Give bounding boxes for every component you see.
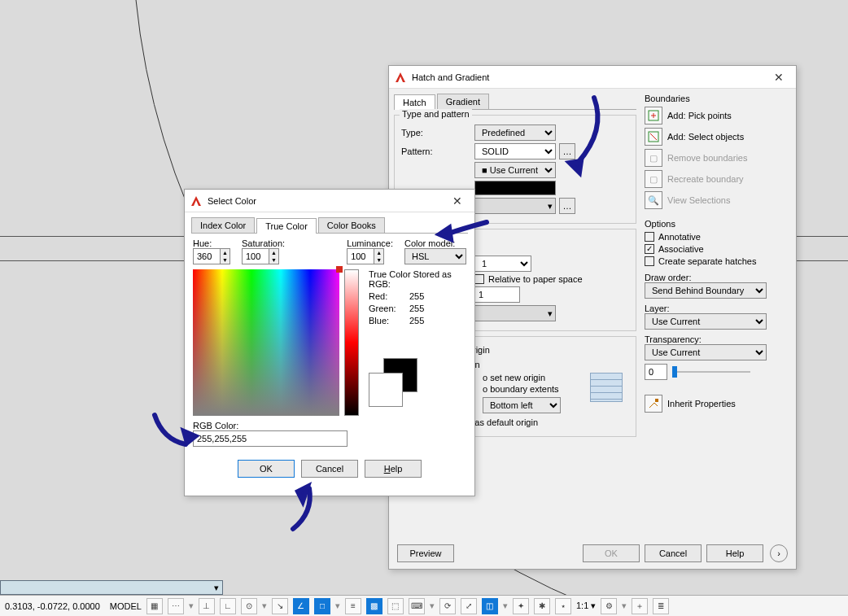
- relative-paper-checkbox[interactable]: Relative to paper space: [474, 274, 629, 284]
- luminance-label: Luminance:: [347, 238, 393, 248]
- grid-icon[interactable]: ▦: [146, 598, 163, 614]
- swatch-preview: [474, 181, 556, 195]
- transparency-slider[interactable]: [672, 366, 750, 378]
- checkbox-icon: [474, 274, 484, 284]
- tab-gradient[interactable]: Gradient: [437, 94, 489, 109]
- add-select-objects-button[interactable]: Add: Select objects: [645, 128, 788, 146]
- chevron-down-icon: ▾: [214, 583, 219, 593]
- pattern-select[interactable]: SOLID: [474, 143, 556, 159]
- stored-label: True Color Stored as RGB:: [369, 269, 458, 289]
- layout-tab-dropdown[interactable]: ▾: [0, 580, 223, 595]
- status-bar: 0.3103, -0.0722, 0.0000 MODEL ▦ ⋯ ▾ ⊥ ∟ …: [0, 595, 848, 616]
- saturation-input[interactable]: ▲▼: [242, 248, 279, 264]
- monitor-icon[interactable]: ＋: [632, 598, 648, 614]
- select-color-dialog: Select Color ✕ Index Color True Color Co…: [184, 189, 475, 496]
- dialog-titlebar: Select Color ✕: [185, 190, 474, 212]
- polar-icon[interactable]: ∟: [220, 598, 236, 614]
- origin-corner-select[interactable]: Bottom left: [483, 397, 561, 413]
- options-title: Options: [645, 219, 788, 229]
- rgb-color-input[interactable]: [193, 430, 348, 447]
- view-selections-button: 🔍 View Selections: [645, 191, 788, 209]
- scale-select[interactable]: 1: [474, 256, 531, 272]
- rgb-color-label: RGB Color:: [193, 421, 466, 430]
- coordinates-readout: 0.3103, -0.0722, 0.0000: [5, 601, 100, 611]
- inherit-properties-button[interactable]: Inherit Properties: [645, 395, 788, 413]
- view-selections-icon: 🔍: [645, 191, 662, 209]
- pattern-label: Pattern:: [401, 146, 474, 156]
- color-select[interactable]: ■ Use Current: [474, 162, 556, 178]
- transparency-select[interactable]: Use Current: [645, 344, 767, 360]
- dialog-title: Select Color: [208, 196, 445, 206]
- expand-button[interactable]: ›: [770, 544, 788, 562]
- help-button[interactable]: Help: [365, 460, 422, 478]
- tab-true-color[interactable]: True Color: [256, 218, 317, 234]
- isodraft-icon[interactable]: ⊙: [241, 598, 257, 614]
- pattern-browse-button[interactable]: …: [559, 143, 575, 159]
- close-icon[interactable]: ✕: [445, 194, 470, 208]
- luminance-input[interactable]: ▲▼: [347, 248, 384, 264]
- dynamic-ucs-icon[interactable]: ⤢: [461, 598, 477, 614]
- custom-pattern-select[interactable]: ▾: [474, 198, 556, 214]
- tab-index-color[interactable]: Index Color: [191, 217, 255, 233]
- associative-checkbox[interactable]: ✓Associative: [645, 244, 788, 254]
- help-button[interactable]: Help: [706, 544, 763, 562]
- transparency-number-input[interactable]: [645, 364, 667, 380]
- 2d-osnap-icon[interactable]: □: [314, 598, 330, 614]
- ok-button[interactable]: OK: [238, 460, 295, 478]
- type-select[interactable]: Predefined: [474, 125, 556, 141]
- specified-origin-label: in: [473, 360, 629, 369]
- custom-browse-button[interactable]: …: [559, 198, 575, 214]
- customization-icon[interactable]: ≣: [653, 598, 669, 614]
- hue-sat-field[interactable]: [193, 269, 339, 416]
- tab-color-books[interactable]: Color Books: [318, 217, 385, 233]
- hue-input[interactable]: ▲▼: [193, 248, 230, 264]
- lineweight-icon[interactable]: ≡: [345, 598, 361, 614]
- draw-order-label: Draw order:: [645, 273, 788, 282]
- tab-hatch[interactable]: Hatch: [394, 94, 435, 110]
- annotative-checkbox[interactable]: Annotative: [645, 232, 788, 242]
- color-model-label: Color model:: [404, 238, 466, 248]
- dynamic-input-icon[interactable]: ⌨: [409, 598, 425, 614]
- preview-button[interactable]: Preview: [397, 544, 454, 562]
- layer-select[interactable]: Use Current: [645, 313, 767, 330]
- workspace-switch-icon[interactable]: ⚙: [601, 598, 617, 614]
- transparency-icon[interactable]: ▩: [366, 598, 382, 614]
- origin-label: rigin: [473, 345, 629, 355]
- gizmo-icon[interactable]: ✦: [513, 598, 529, 614]
- separate-hatches-checkbox[interactable]: Create separate hatches: [645, 256, 788, 266]
- selection-filter-icon[interactable]: ◫: [482, 598, 498, 614]
- otrack-icon[interactable]: ∠: [293, 598, 309, 614]
- 3d-osnap-icon[interactable]: ⟳: [439, 598, 456, 614]
- red-label: Red:: [369, 291, 409, 301]
- dialog-title: Hatch and Gradient: [412, 72, 767, 82]
- group-title: Type and pattern: [400, 109, 472, 119]
- annotation-scale[interactable]: 1:1 ▾: [576, 601, 596, 611]
- spacing-input[interactable]: [474, 286, 520, 303]
- remove-boundaries-icon: ▢: [645, 149, 662, 167]
- osnap-icon[interactable]: ↘: [272, 598, 288, 614]
- cancel-button[interactable]: Cancel: [301, 460, 358, 478]
- color-preview-swatch: [369, 358, 417, 407]
- snap-icon[interactable]: ⋯: [168, 598, 184, 614]
- close-icon[interactable]: ✕: [767, 71, 791, 84]
- select-objects-icon: [645, 128, 662, 146]
- transparency-label: Transparency:: [645, 334, 788, 344]
- add-pick-points-button[interactable]: Add: Pick points: [645, 107, 788, 125]
- luminance-strip[interactable]: [344, 269, 359, 416]
- recreate-boundary-icon: ▢: [645, 170, 662, 188]
- annotation-visibility-icon[interactable]: ✱: [534, 598, 550, 614]
- autoscale-icon[interactable]: ⭑: [555, 598, 571, 614]
- color-model-select[interactable]: HSL: [404, 248, 466, 264]
- ok-button: OK: [583, 544, 640, 562]
- iso-pen-select[interactable]: ▾: [474, 305, 556, 321]
- selection-cycling-icon[interactable]: ⬚: [387, 598, 404, 614]
- autocad-icon: [190, 194, 203, 208]
- space-indicator[interactable]: MODEL: [110, 601, 142, 611]
- recreate-boundary-button: ▢ Recreate boundary: [645, 170, 788, 188]
- ortho-icon[interactable]: ⊥: [199, 598, 215, 614]
- draw-order-select[interactable]: Send Behind Boundary: [645, 282, 767, 299]
- blue-value: 255: [409, 316, 424, 325]
- layer-label: Layer:: [645, 304, 788, 313]
- cancel-button[interactable]: Cancel: [645, 544, 702, 562]
- inherit-icon: [645, 395, 662, 413]
